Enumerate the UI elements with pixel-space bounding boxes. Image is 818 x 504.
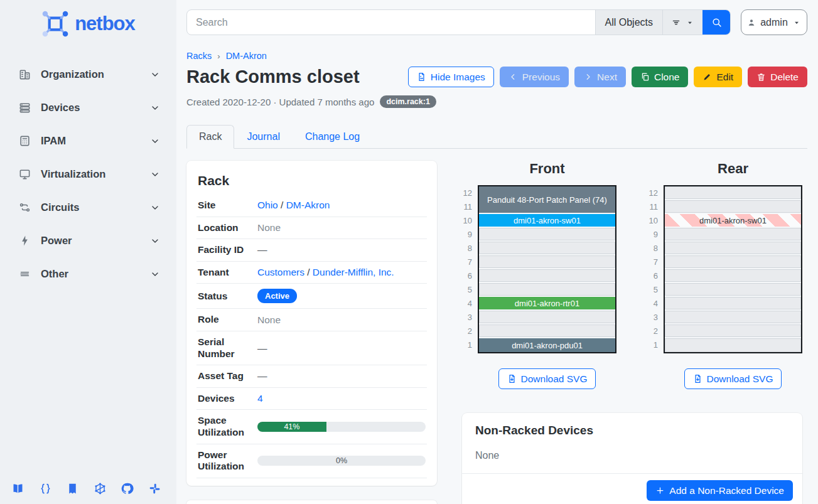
sidebar-item-circuits[interactable]: Circuits [0, 191, 176, 224]
unit-number: 6 [462, 269, 478, 283]
previous-button[interactable]: Previous [500, 67, 569, 87]
breadcrumb: Racks›DM-Akron [186, 51, 807, 61]
rack-slot-empty[interactable] [665, 269, 801, 283]
rack-slot-empty[interactable] [665, 228, 801, 242]
netbox-logo[interactable]: netbox [0, 10, 176, 38]
rack-slot-empty[interactable] [479, 269, 615, 283]
footer-link-docs-book-icon[interactable] [11, 482, 24, 495]
rack-slot-empty[interactable] [479, 255, 615, 269]
unit-number: 3 [648, 311, 664, 324]
rack-slot-empty[interactable] [479, 228, 615, 242]
search-input[interactable] [187, 10, 595, 35]
sidebar-item-label: Organization [41, 68, 140, 80]
rack-slot-device[interactable]: Panduit 48-Port Patch Panel (74) [479, 186, 615, 214]
breadcrumb-link[interactable]: DM-Akron [226, 51, 267, 61]
rack-slot-empty[interactable] [665, 283, 801, 297]
status-badge: Active [257, 289, 297, 303]
global-search: All Objects [186, 9, 731, 35]
rack-slot-device[interactable]: dmi01-akron-pdu01 [479, 338, 615, 352]
search-button[interactable] [702, 10, 730, 35]
attribute-link[interactable]: Ohio [257, 200, 278, 210]
next-button[interactable]: Next [574, 67, 626, 87]
server-rack-icon [19, 102, 31, 114]
download-svg-button-front[interactable]: Download SVG [498, 368, 596, 389]
footer-link-github-icon[interactable] [121, 482, 134, 495]
attribute-link[interactable]: DM-Akron [286, 200, 330, 210]
download-svg-button-rear[interactable]: Download SVG [684, 368, 782, 389]
unit-number: 5 [462, 283, 478, 297]
unit-number-column: 121110987654321 [648, 185, 664, 353]
rack-slot-empty[interactable] [665, 338, 801, 352]
footer-link-rest-api-braces-icon[interactable] [39, 482, 52, 495]
sidebar-item-power[interactable]: Power [0, 224, 176, 257]
rack-slot-empty[interactable] [665, 186, 801, 200]
tab-journal[interactable]: Journal [234, 125, 292, 149]
unit-number: 11 [462, 200, 478, 214]
rack-slot-empty[interactable] [479, 311, 615, 324]
trash-icon [756, 72, 766, 82]
clone-button[interactable]: Clone [632, 67, 689, 87]
download-file-icon [507, 374, 517, 383]
rack-slot-empty[interactable] [665, 200, 801, 214]
rack-box: Panduit 48-Port Patch Panel (74)dmi01-ak… [478, 185, 616, 353]
rack-slot-empty[interactable] [479, 324, 615, 338]
rack-slot-empty[interactable] [479, 242, 615, 255]
unit-number: 8 [462, 242, 478, 255]
rack-slot-device-rear[interactable]: dmi01-akron-sw01 [665, 214, 801, 228]
filter-dropdown-button[interactable] [662, 10, 702, 35]
rack-slot-empty[interactable] [665, 324, 801, 338]
chevron-right-icon [583, 72, 593, 82]
delete-button[interactable]: Delete [748, 67, 807, 87]
rack-box: dmi01-akron-sw01 [664, 185, 802, 353]
sidebar-item-label: IPAM [41, 135, 140, 147]
non-racked-devices-panel: Non-Racked Devices None Add a Non-Racked… [462, 413, 802, 504]
sidebar-nav: OrganizationDevicesIPAMVirtualizationCir… [0, 58, 176, 291]
rack-slot-empty[interactable] [665, 297, 801, 311]
attribute-label: Serial Number [198, 336, 257, 360]
filter-icon [671, 18, 681, 28]
tab-change-log[interactable]: Change Log [293, 125, 372, 149]
breadcrumb-link[interactable]: Racks [186, 51, 212, 61]
attribute-link[interactable]: Customers [257, 267, 304, 277]
add-non-racked-device-button[interactable]: Add a Non-Racked Device [647, 480, 793, 501]
attribute-link[interactable]: Dunder-Mifflin, Inc. [313, 267, 394, 277]
edit-button[interactable]: Edit [694, 67, 742, 87]
footer-link-slack-icon[interactable] [148, 482, 161, 495]
rack-slot-device[interactable]: dmi01-akron-sw01 [479, 214, 615, 228]
rack-slot-device[interactable]: dmi01-akron-rtr01 [479, 297, 615, 311]
transit-connection-icon [19, 201, 31, 213]
object-type-button[interactable]: All Objects [595, 10, 662, 35]
plus-icon [655, 486, 665, 495]
tab-rack[interactable]: Rack [186, 125, 234, 149]
graphql-icon [94, 482, 107, 495]
rack-slot-empty[interactable] [479, 283, 615, 297]
rack-slot-empty[interactable] [665, 311, 801, 324]
sidebar-item-other[interactable]: Other [0, 257, 176, 291]
unit-number: 7 [648, 255, 664, 269]
rack-slot-empty[interactable] [665, 242, 801, 255]
user-menu-button[interactable]: admin [741, 9, 807, 35]
footer-link-graphql-icon[interactable] [94, 482, 107, 495]
sidebar-item-ipam[interactable]: IPAM [0, 124, 176, 158]
sidebar-item-devices[interactable]: Devices [0, 91, 176, 124]
github-icon [121, 482, 134, 495]
chevron-down-icon [150, 70, 160, 80]
attribute-link[interactable]: 4 [257, 393, 263, 404]
hide-images-button[interactable]: Hide Images [408, 67, 494, 87]
sidebar-item-virtualization[interactable]: Virtualization [0, 158, 176, 191]
rack-elevation-front: Front121110987654321Panduit 48-Port Patc… [462, 161, 616, 353]
sidebar-item-organization[interactable]: Organization [0, 58, 176, 91]
rack-slot-empty[interactable] [665, 255, 801, 269]
sidebar: netbox OrganizationDevicesIPAMVirtualiza… [0, 0, 176, 504]
rack-elevation-rear: Rear121110987654321dmi01-akron-sw01 [648, 161, 802, 353]
image-file-icon [417, 72, 426, 82]
chevron-down-icon [150, 136, 160, 146]
attribute-row: SiteOhio / DM-Akron [196, 195, 427, 217]
attribute-row: Serial Number— [196, 331, 427, 365]
unit-number: 1 [462, 338, 478, 352]
attribute-label: Space Utilization [198, 415, 257, 438]
footer-link-api-journal-icon[interactable] [66, 482, 79, 495]
caret-down-icon [686, 18, 694, 27]
attribute-row: TenantCustomers / Dunder-Mifflin, Inc. [196, 262, 427, 284]
sidebar-item-label: Circuits [41, 201, 140, 213]
